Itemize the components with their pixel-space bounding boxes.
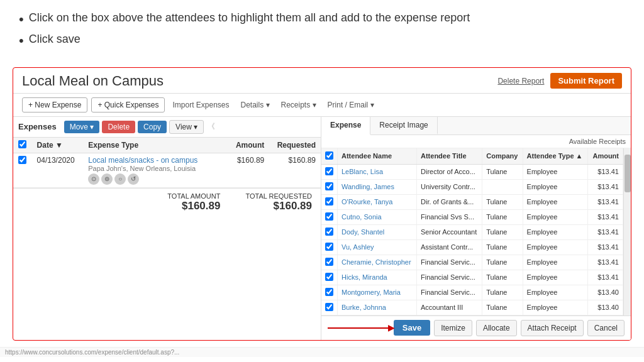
attendee-company-4: Tulane [482,224,523,239]
attendee-type-5: Employee [523,239,588,255]
attendee-checkbox-1[interactable] [325,182,333,190]
attendee-name-4[interactable]: Dody, Shantel [341,228,384,236]
tab-receipt-image[interactable]: Receipt Image [370,117,437,134]
attendee-amount-2: $13.41 [588,194,623,209]
attendee-checkbox-7[interactable] [325,273,333,281]
attendee-name-9[interactable]: Burke, Johnna [341,304,386,311]
attendee-amount-8: $13.40 [588,285,623,300]
attendee-type-9: Employee [523,300,588,315]
attendee-name-2[interactable]: O'Rourke, Tanya [341,198,392,206]
scrollbar[interactable] [623,148,631,315]
attendee-checkbox-8[interactable] [325,288,333,296]
tab-receipt-image-label: Receipt Image [379,121,428,129]
attendee-type-0: Employee [523,164,588,179]
attendee-company-6: Tulane [482,255,523,270]
date-col-header[interactable]: Date ▼ [37,141,63,150]
print-email-button[interactable]: Print / Email ▾ [324,98,378,112]
delete-button[interactable]: Delete [102,121,135,133]
expense-row: 04/13/2020 Local meals/snacks - on campu… [13,153,321,187]
details-button[interactable]: Details ▾ [237,98,274,112]
scrollbar-thumb [625,155,631,192]
select-all-expenses-checkbox[interactable] [18,140,26,148]
tab-expense[interactable]: Expense [321,117,370,135]
icon-2: ⊚ [101,173,113,185]
attendee-row: Vu, Ashley Assistant Contr... Tulane Emp… [321,239,623,255]
attendee-name-3[interactable]: Cutno, Sonia [341,213,382,221]
amount-col-header-attendees: Amount [588,148,623,165]
itemize-button[interactable]: Itemize [434,320,472,336]
attendee-amount-0: $13.41 [588,164,623,179]
new-expense-button[interactable]: + New Expense [22,97,87,112]
quick-expenses-button[interactable]: + Quick Expenses [91,97,165,112]
attendee-type-1: Employee [523,179,588,194]
cancel-button[interactable]: Cancel [587,320,625,336]
expense-row-checkbox[interactable] [18,156,26,164]
allocate-button[interactable]: Allocate [476,320,517,336]
total-amount-block: TOTAL AMOUNT $160.89 [167,192,220,212]
arrow-indicator [328,327,390,329]
attendee-title-1: University Contr... [417,179,482,194]
expenses-label: Expenses [18,122,57,131]
expense-amount: $160.89 [218,153,270,187]
expenses-table: Date ▼ Expense Type Amount Requested [13,138,321,188]
delete-report-link[interactable]: Delete Report [497,77,544,85]
attendee-name-8[interactable]: Montgomery, Maria [341,288,401,296]
new-expense-label: + New Expense [28,101,81,109]
instruction-2: Click save [29,33,80,46]
instructions-section: Click on the box above the attendees to … [0,0,644,61]
expenses-panel: Expenses Move ▾ Delete Copy View ▾ 《 Dat… [13,117,321,340]
attendee-checkbox-9[interactable] [325,303,333,311]
attendee-row: Montgomery, Maria Financial Servic... Tu… [321,285,623,300]
attendee-row: Dody, Shantel Senior Accountant Tulane E… [321,224,623,239]
type-col-header: Expense Type [88,141,138,150]
tab-expense-label: Expense [330,121,361,129]
total-amount-label: TOTAL AMOUNT [167,192,220,200]
instruction-1: Click on the box above the attendees to … [29,11,470,25]
attendee-title-col-header: Attendee Title [417,148,482,165]
attendee-checkbox-2[interactable] [325,197,333,206]
attendee-amount-7: $13.41 [588,270,623,285]
select-all-attendees-checkbox[interactable] [325,151,333,160]
expense-requested: $160.89 [269,153,321,187]
toolbar-chevron: 《 [208,121,215,132]
report-header-actions: Delete Report Submit Report [497,73,622,89]
bottom-actions: Save Itemize Allocate Attach Receipt Can… [321,315,631,340]
attendee-company-5: Tulane [482,239,523,255]
attendee-company-3: Tulane [482,209,523,224]
import-expenses-button[interactable]: Import Expenses [169,98,233,112]
expenses-toolbar: Expenses Move ▾ Delete Copy View ▾ 《 [13,117,321,138]
company-col-header: Company [482,148,523,165]
attendee-type-col-header[interactable]: Attendee Type ▲ [523,148,588,165]
attendee-name-7[interactable]: Hicks, Miranda [341,273,387,281]
icon-3: ○ [114,173,126,185]
attendee-type-7: Employee [523,270,588,285]
attendee-row: Burke, Johnna Accountant III Tulane Empl… [321,300,623,315]
attendee-name-0[interactable]: LeBlanc, Lisa [341,168,383,175]
attendee-amount-6: $13.41 [588,255,623,270]
report-container: Local Meal on Campus Delete Report Submi… [13,67,631,341]
icon-1: ⊙ [88,173,99,185]
attendee-checkbox-6[interactable] [325,258,333,266]
attendee-checkbox-0[interactable] [325,167,333,175]
attach-receipt-button[interactable]: Attach Receipt [521,320,584,336]
receipts-button[interactable]: Receipts ▾ [277,98,320,112]
copy-button[interactable]: Copy [138,121,167,133]
attendee-name-5[interactable]: Vu, Ashley [341,243,374,251]
attendee-company-9: Tulane [482,300,523,315]
quick-expenses-label: + Quick Expenses [97,101,158,109]
view-button[interactable]: View ▾ [169,120,204,134]
save-button[interactable]: Save [394,320,430,336]
submit-report-button[interactable]: Submit Report [550,73,622,89]
attendee-name-6[interactable]: Cheramie, Christopher [341,258,411,266]
attendee-company-0: Tulane [482,164,523,179]
arrow-line [328,327,390,329]
attendee-name-1[interactable]: Wandling, James [341,183,394,190]
attendee-checkbox-4[interactable] [325,228,333,236]
attendee-name-col-header[interactable]: Attendee Name [338,148,417,165]
attendee-title-7: Financial Servic... [417,270,482,285]
totals-row: TOTAL AMOUNT $160.89 TOTAL REQUESTED $16… [13,188,321,216]
attendee-checkbox-3[interactable] [325,212,333,221]
move-button[interactable]: Move ▾ [64,121,100,133]
attendee-title-8: Financial Servic... [417,285,482,300]
attendee-checkbox-5[interactable] [325,243,333,251]
